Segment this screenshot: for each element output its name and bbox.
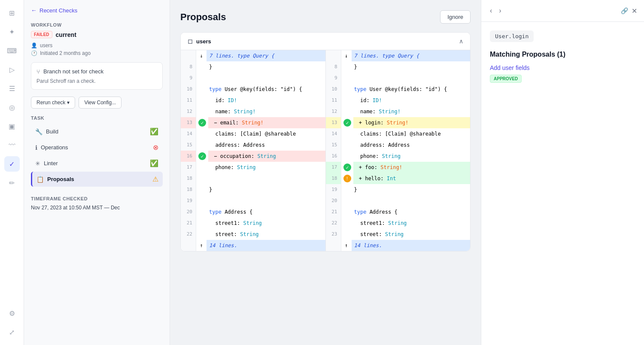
sidebar-item-chart[interactable]: 〰 [4,137,20,153]
diff-line: 21 type Address { [326,206,471,218]
right-actions: 🔗 ✕ [621,7,637,15]
right-panel: ‹ › 🔗 ✕ User.login Matching Proposals (1… [481,0,644,345]
diff-line: 17 phone: String [181,162,325,173]
diff-line: 9 [326,73,471,84]
approve-line-13-button[interactable]: ✓ [198,119,206,127]
status-ok-linter-icon: ✅ [150,159,158,167]
tasks-section: TASK 🔧 Build ✅ ℹ Operations ⊗ ✳ Linter ✅ [31,115,163,188]
collapse-icon[interactable]: ∧ [459,38,463,45]
diff-line: 10 type User @key(fields: "id") { [326,84,471,95]
prev-button[interactable]: ‹ [488,5,494,16]
diff-line: 16 phone: String [326,151,471,162]
meta-users: 👤 users [31,42,163,48]
diff-line: 11 id: ID! [181,95,325,106]
task-name-operations: Operations [41,144,68,151]
diff-line: 12 name: String! [181,106,325,117]
diff-card: ◻ users ∧ ↓ 7 lines. type Query { [180,32,471,251]
warn-right-line-18-button[interactable]: ! [343,175,351,182]
sidebar-item-check[interactable]: ✓ [4,156,20,172]
diff-table: ↓ 7 lines. type Query { 8 } 9 [181,50,470,251]
diff-line: 20 type Address { [181,206,325,218]
diff-line: 9 [181,73,325,84]
diff-line-removed-13: 13 ✓ − email: String! [181,117,325,128]
ignore-button[interactable]: Ignore [440,10,471,24]
proposals-container: Proposals Ignore ◻ users ∧ ↓ [170,0,481,345]
diff-line: 11 id: ID! [326,95,471,106]
back-arrow-icon: ← [31,7,37,14]
breadcrumb: User.login [490,30,534,42]
status-warn-icon: ⚠ [152,175,158,183]
rerun-check-button[interactable]: Rerun check ▾ [31,97,75,109]
users-icon: 👤 [31,42,37,48]
status-ok-icon: ✅ [150,127,158,136]
check-card-sub: Parul Schroff ran a check. [36,78,157,84]
back-link[interactable]: ← Recent Checks [31,7,163,14]
diff-line: 14 claims: [Claim] @shareable [181,128,325,139]
diff-right-pane: ↓ 7 lines. type Query { 8 } 9 [325,50,470,251]
sidebar-item-gear[interactable]: ⚙ [4,306,20,321]
task-item-proposals[interactable]: 📋 Proposals ⚠ [31,172,163,187]
diff-line: 10 type User @key(fields: "id") { [181,84,325,95]
diff-line: 18 [181,173,325,184]
diff-line: 21 street1: String [181,218,325,229]
close-icon[interactable]: ✕ [632,7,637,15]
page-title: Proposals [180,12,226,23]
main-content: Proposals Ignore ◻ users ∧ ↓ [170,0,481,345]
sidebar-item-list[interactable]: ☰ [4,81,20,96]
sidebar-item-server[interactable]: ▣ [4,118,20,134]
diff-line: 8 } [181,61,325,73]
diff-left-pane: ↓ 7 lines. type Query { 8 } 9 [181,50,325,251]
workflow-header: FAILED current [31,31,163,38]
icon-bar: ⊞ ✦ ⌨ ▷ ☰ ◎ ▣ 〰 ✓ ✏ ⚙ ⤢ [0,0,24,345]
sidebar-item-graph[interactable]: ✦ [4,24,20,39]
matching-title: Matching Proposals (1) [490,51,635,58]
diff-line: 12 name: String! [326,106,471,117]
sidebar-item-home[interactable]: ⊞ [4,5,20,21]
task-item-operations[interactable]: ℹ Operations ⊗ [31,140,163,155]
sidebar-item-brush[interactable]: ✏ [4,175,20,191]
task-label: TASK [31,115,163,121]
failed-badge: FAILED [31,31,52,38]
workflow-name: current [56,31,76,38]
timeframe-section: TIMEFRAME CHECKED Nov 27, 2023 at 10:50 … [31,196,163,211]
approved-badge: APPROVED [490,75,522,83]
diff-line: 22 street: String [181,229,325,240]
meta-time: 🕐 Initiated 2 months ago [31,50,163,56]
diff-line-added-13: 13 ✓ + login: String! [326,117,471,128]
diff-line: 20 [326,195,471,206]
right-panel-header: ‹ › 🔗 ✕ [481,0,644,22]
task-item-linter[interactable]: ✳ Linter ✅ [31,156,163,171]
diff-card-header: ◻ users ∧ [181,33,470,50]
timeframe-value: Nov 27, 2023 at 10:50 AM MST — Dec [31,205,163,211]
view-config-button[interactable]: View Config... [79,97,122,109]
operations-icon: ℹ [35,144,37,151]
diff-line: 19 [181,195,325,206]
build-icon: 🔧 [35,128,43,135]
nav-buttons: ‹ › [488,5,503,16]
sidebar-item-network[interactable]: ◎ [4,100,20,115]
diff-line: 18 } [181,184,325,195]
sidebar-item-expand[interactable]: ⤢ [4,324,20,340]
sidebar: ← Recent Checks WORKFLOW FAILED current … [24,0,170,345]
sidebar-item-play[interactable]: ▷ [4,62,20,77]
branch-icon: ⑂ [36,68,40,75]
diff-line: 19 } [326,184,471,195]
sidebar-item-code[interactable]: ⌨ [4,43,20,58]
approve-right-line-13-button[interactable]: ✓ [343,119,351,127]
diff-line: ↑ 14 lines. [326,240,471,251]
proposal-name[interactable]: Add user fields [490,64,635,71]
link-icon[interactable]: 🔗 [621,7,628,14]
task-name-linter: Linter [44,160,58,166]
diff-line: 14 claims: [Claim] @shareable [326,128,471,139]
task-name-build: Build [46,128,58,135]
task-item-build[interactable]: 🔧 Build ✅ [31,124,163,139]
diff-line-removed-16: 16 ✓ − occupation: String [181,151,325,162]
approve-line-16-button[interactable]: ✓ [198,152,206,160]
next-button[interactable]: › [497,5,503,16]
diff-line: 23 street: String [326,229,471,240]
diff-line-added-18: 18 ! + hello: Int [326,173,471,184]
task-name-proposals: Proposals [47,176,74,182]
approve-right-line-17-button[interactable]: ✓ [343,163,351,171]
users-diff-icon: ◻ [188,38,193,45]
action-buttons: Rerun check ▾ View Config... [31,97,163,109]
